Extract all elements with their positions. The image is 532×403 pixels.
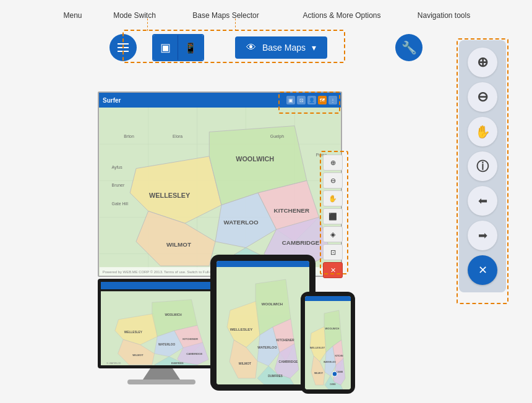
map-tool-1[interactable]: ⊕ <box>323 155 343 171</box>
toolbar-row: ▣ 📱 👁 Base Maps ▾ 🔧 <box>0 34 532 61</box>
map-app-logo: Surfer <box>103 97 121 104</box>
svg-text:KITCHENER: KITCHENER <box>274 207 309 214</box>
mobile-mode-button[interactable]: 📱 <box>178 35 203 60</box>
zoom-in-icon: ⊕ <box>477 54 488 70</box>
info-icon: ⓘ <box>476 158 489 175</box>
map-icon-1[interactable]: ▣ <box>286 96 295 104</box>
map-icon-5[interactable]: ⋮ <box>328 96 337 104</box>
info-button[interactable]: ⓘ <box>468 151 497 181</box>
zoom-out-icon: ⊖ <box>477 89 488 105</box>
desktop-icon: ▣ <box>160 41 171 54</box>
svg-text:Ayfus: Ayfus <box>112 165 123 170</box>
phone-frame: WELLESLEY WOOLWICH WATERLOO KITCHN CAMB … <box>301 292 355 394</box>
close-nav-button[interactable]: ✕ <box>468 255 497 285</box>
svg-text:Elora: Elora <box>173 134 182 138</box>
svg-text:WELLESLEY: WELLESLEY <box>149 192 191 199</box>
svg-text:N. WATERLOO: N. WATERLOO <box>107 362 121 365</box>
map-titlebar-icons: ▣ ⊡ 👤 🗺 ⋮ <box>286 96 337 104</box>
monitor-stand <box>143 368 180 380</box>
map-icon-3[interactable]: 👤 <box>307 96 316 104</box>
svg-text:WATERLOO: WATERLOO <box>223 219 258 226</box>
base-maps-label: Base Maps <box>262 43 306 53</box>
svg-text:WELLESLEY: WELLESLEY <box>124 331 143 334</box>
tablet: WELLESLEY WOOLWICH WATERLOO KITCHENER CA… <box>210 255 315 391</box>
eye-icon: 👁 <box>246 42 256 53</box>
wrench-icon: 🔧 <box>401 40 417 55</box>
mode-switch: ▣ 📱 <box>152 34 204 61</box>
svg-text:WATERLOO: WATERLOO <box>158 343 175 346</box>
hamburger-icon <box>118 43 129 52</box>
svg-text:KITCHENER: KITCHENER <box>182 337 198 341</box>
svg-text:Brton: Brton <box>124 134 134 138</box>
map-svg: WELLESLEY WOOLWICH WATERLOO KITCHENER CA… <box>99 108 341 276</box>
desktop-mode-button[interactable]: ▣ <box>153 35 178 60</box>
zoom-in-button[interactable]: ⊕ <box>468 48 497 77</box>
map-tools-strip: ⊕ ⊖ ✋ ⬛ ◈ ⊡ ✕ <box>323 155 345 278</box>
svg-text:Gate Hill: Gate Hill <box>112 202 129 206</box>
svg-text:WILMOT: WILMOT <box>239 362 251 365</box>
map-tool-2[interactable]: ⊖ <box>323 172 343 189</box>
svg-text:CAMBRIDGE: CAMBRIDGE <box>279 360 298 363</box>
import-button[interactable]: ⬅ <box>468 186 497 216</box>
svg-text:WATERLOO: WATERLOO <box>257 346 277 349</box>
mode-switch-label: Mode Switch <box>98 11 172 20</box>
svg-text:KITCHENER: KITCHENER <box>276 338 294 342</box>
pan-button[interactable]: ✋ <box>468 117 497 146</box>
map-tool-3[interactable]: ✋ <box>323 190 343 206</box>
map-tool-close[interactable]: ✕ <box>323 262 343 278</box>
mobile-icon: 📱 <box>184 42 197 54</box>
actions-button[interactable]: 🔧 <box>395 34 423 61</box>
svg-text:CAMB: CAMB <box>337 371 343 373</box>
svg-text:WILMOT: WILMOT <box>314 372 324 375</box>
close-icon: ✕ <box>478 263 487 277</box>
svg-text:DUMFRIES: DUMFRIES <box>268 375 283 378</box>
menu-button[interactable] <box>109 34 137 61</box>
svg-text:Bruner: Bruner <box>112 183 125 187</box>
monitor-screen: WELLESLEY WOOLWICH WATERLOO KITCHENER CA… <box>98 279 225 368</box>
tablet-frame: WELLESLEY WOOLWICH WATERLOO KITCHENER CA… <box>210 255 315 391</box>
phone-map-svg: WELLESLEY WOOLWICH WATERLOO KITCHN CAMB … <box>305 301 351 389</box>
svg-text:WOOLWICH: WOOLWICH <box>236 155 274 163</box>
svg-text:DUMFRIES: DUMFRIES <box>171 362 184 365</box>
map-icon-2[interactable]: ⊡ <box>297 96 306 104</box>
nav-tools-panel: ⊕ ⊖ ✋ ⓘ ⬅ ➡ ✕ <box>459 40 506 292</box>
base-maps-selector-label: Base Maps Selector <box>172 11 280 20</box>
phone-screen: WELLESLEY WOOLWICH WATERLOO KITCHN CAMB … <box>305 296 351 389</box>
map-titlebar: Surfer ▣ ⊡ 👤 🗺 ⋮ <box>99 93 341 108</box>
import-icon: ⬅ <box>478 194 487 208</box>
monitor-titlebar <box>101 282 222 289</box>
zoom-out-button[interactable]: ⊖ <box>468 82 497 112</box>
svg-text:Guelph: Guelph <box>270 134 284 139</box>
top-labels: Menu Mode Switch Base Maps Selector Acti… <box>0 11 532 20</box>
svg-text:WOOLWICH: WOOLWICH <box>325 327 340 330</box>
svg-text:KITCHN: KITCHN <box>335 355 343 357</box>
tablet-map-svg: WELLESLEY WOOLWICH WATERLOO KITCHENER CA… <box>217 267 309 384</box>
chevron-down-icon: ▾ <box>312 43 316 53</box>
svg-text:WATERLOO: WATERLOO <box>324 361 336 363</box>
svg-point-78 <box>332 371 337 376</box>
svg-text:WILMOT: WILMOT <box>166 241 191 248</box>
svg-text:WOOLWICH: WOOLWICH <box>262 302 283 306</box>
svg-text:CAMBRIDGE: CAMBRIDGE <box>186 352 202 355</box>
monitor: WELLESLEY WOOLWICH WATERLOO KITCHENER CA… <box>98 279 225 384</box>
hand-icon: ✋ <box>475 124 491 139</box>
svg-text:WILMOT: WILMOT <box>132 354 144 357</box>
page-wrapper: Menu Mode Switch Base Maps Selector Acti… <box>0 0 532 403</box>
svg-text:CAMBRIDGE: CAMBRIDGE <box>282 239 320 246</box>
svg-text:DUMS: DUMS <box>330 383 336 386</box>
monitor-map-svg: WELLESLEY WOOLWICH WATERLOO KITCHENER CA… <box>101 289 222 368</box>
base-maps-button[interactable]: 👁 Base Maps ▾ <box>235 36 327 59</box>
tablet-titlebar <box>217 261 309 267</box>
base-maps-titlebar-btn[interactable]: 🗺 <box>318 96 327 104</box>
svg-text:WELLESLEY: WELLESLEY <box>310 346 325 349</box>
actions-more-label: Actions & More Options <box>280 11 404 20</box>
map-tool-6[interactable]: ⊡ <box>323 244 343 260</box>
svg-text:WELLESLEY: WELLESLEY <box>230 328 253 331</box>
map-tool-4[interactable]: ⬛ <box>323 208 343 224</box>
export-button[interactable]: ➡ <box>468 221 497 250</box>
map-area[interactable]: WELLESLEY WOOLWICH WATERLOO KITCHENER CA… <box>99 108 341 276</box>
svg-text:WOOLWICH: WOOLWICH <box>165 313 182 316</box>
connector-mode-switch <box>147 19 148 31</box>
connector-base-maps <box>235 19 236 31</box>
map-tool-5[interactable]: ◈ <box>323 226 343 242</box>
